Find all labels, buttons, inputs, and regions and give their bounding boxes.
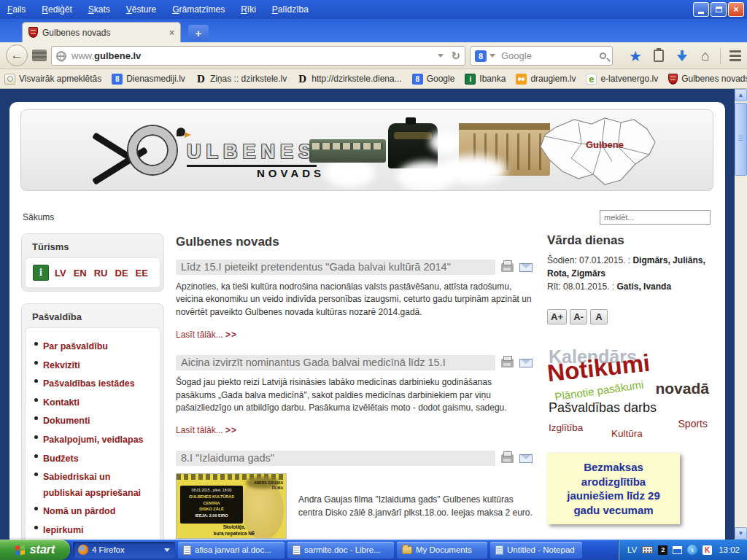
read-more-link[interactable]: Lasīt tālāk... >> (176, 330, 237, 340)
menu-rediget[interactable]: Rediģēt (42, 4, 71, 15)
bookmark-dienasmediji[interactable]: 8 Dienasmediji.lv (112, 74, 185, 85)
bookmark-google[interactable]: 8 Google (412, 74, 455, 85)
display-settings-icon[interactable] (673, 546, 682, 554)
bookmark-star-icon[interactable]: ★ (629, 47, 642, 65)
nav-item[interactable]: Dokumenti (33, 412, 152, 428)
nav-item[interactable]: Budžets (33, 450, 152, 466)
bookmark-e-latvenergo[interactable]: e e-latvenergo.lv (586, 74, 658, 85)
nav-item[interactable]: Pašvaldības iestādes (33, 375, 152, 391)
minimize-button[interactable] (693, 2, 709, 17)
lang-link-lv[interactable]: LV (55, 268, 66, 279)
scroll-down-icon[interactable]: ▼ (735, 527, 747, 540)
read-more-link[interactable]: Lasīt tālāk... >> (176, 425, 237, 435)
close-button[interactable]: × (728, 2, 744, 17)
bookmark-draugiem[interactable]: draugiem.lv (516, 74, 576, 85)
start-button[interactable]: start (0, 540, 70, 560)
site-search-input[interactable] (600, 210, 711, 225)
search-icon[interactable] (600, 52, 606, 59)
clock: 13:02 (719, 545, 740, 554)
font-increase-button[interactable]: A+ (547, 309, 567, 324)
scrollbar-thumb[interactable] (735, 103, 747, 176)
print-icon[interactable] (501, 263, 514, 272)
print-icon[interactable] (501, 359, 514, 368)
bookmark-dzirkstele-diena[interactable]: D http://dzirkstele.diena... (297, 74, 401, 85)
downloads-icon[interactable] (677, 50, 687, 62)
nav-item[interactable]: Pakalpojumi, veidlapas (33, 431, 152, 447)
font-reset-button[interactable]: A (590, 309, 608, 324)
email-icon[interactable] (519, 359, 533, 368)
article-2-title[interactable]: Aicina izvirzīt nominantus Gada balvai m… (176, 355, 495, 370)
article-1-title[interactable]: Līdz 15.I pieteikt pretendentus "Gada ba… (176, 260, 495, 275)
menu-palidziba[interactable]: Palīdzība (272, 4, 309, 15)
hide-icons-chevron-icon[interactable]: ‹ (687, 545, 697, 555)
lang-link-ee[interactable]: EE (136, 268, 148, 279)
lang-link-de[interactable]: DE (115, 268, 128, 279)
search-engine-dropdown-icon[interactable] (489, 54, 495, 58)
reload-button[interactable]: ↻ (451, 50, 460, 63)
restore-button[interactable] (711, 2, 727, 17)
bookmark-zinas-dzirkstele[interactable]: D Ziņas :: dzirkstele.lv (196, 74, 287, 85)
menu-gramatzimes[interactable]: Grāmatzīmes (172, 4, 225, 15)
breadcrumb[interactable]: Sākums (23, 212, 54, 222)
home-icon[interactable]: ⌂ (701, 47, 710, 64)
google-search-engine-icon[interactable]: 8 (475, 50, 487, 62)
film-poster-image[interactable]: ANDRA GAUJAS FILMA 08.01.2015., plkst. 1… (176, 473, 287, 539)
tab-close-icon[interactable]: × (169, 28, 174, 38)
taskbar-button-my-documents[interactable]: My Documents (397, 542, 487, 559)
article-3-body: Andra Gaujas filma "Izlaiduma gads" Gulb… (298, 493, 533, 519)
menu-skats[interactable]: Skats (88, 4, 110, 15)
cloud-novada[interactable]: novadā (655, 380, 709, 397)
tray-badge-icon[interactable]: 2 (658, 545, 667, 555)
namedays-text: Šodien: 07.01.2015. : Digmārs, Juliāns, … (547, 254, 713, 293)
taskbar-button-afisa-doc[interactable]: afisa janvari al.doc... (178, 542, 285, 559)
article-3-title[interactable]: 8.I "Izlaiduma gads" (176, 451, 495, 466)
nav-item[interactable]: Rekvizīti (33, 357, 152, 373)
new-tab-button[interactable]: + (188, 25, 209, 41)
nav-item[interactable]: Par pašvaldību (33, 338, 152, 354)
url-bar[interactable]: www. gulbene.lv ↻ (51, 46, 465, 66)
print-icon[interactable] (501, 454, 514, 463)
vertical-scrollbar[interactable]: ▲ ▼ (735, 89, 747, 540)
lang-link-en[interactable]: EN (74, 268, 87, 279)
taskbar-button-notepad[interactable]: Untitled - Notepad (490, 542, 582, 559)
nav-item[interactable]: Sabiedriskai un publiskai apspriešanai (33, 468, 152, 499)
tab-gulbenes-novads[interactable]: Gulbenes novads × (22, 22, 181, 42)
lang-link-ru[interactable]: RU (94, 268, 108, 279)
scroll-up-icon[interactable]: ▲ (735, 89, 747, 101)
system-tray: LV 2 ‹ K 13:02 (618, 540, 747, 560)
menu-vesture[interactable]: Vēsture (126, 4, 156, 15)
back-button[interactable]: ← (6, 44, 28, 66)
font-decrease-button[interactable]: A- (570, 309, 587, 324)
cloud-izglitiba[interactable]: Izglītība (549, 422, 583, 433)
nav-item[interactable]: Kontakti (33, 394, 152, 410)
language-indicator[interactable]: LV (627, 545, 637, 554)
bookmark-most-visited[interactable]: Visvairāk apmeklētās (4, 74, 101, 85)
bookmark-ibanka[interactable]: i Ibanka (465, 74, 506, 85)
bookmarks-menu-icon[interactable] (654, 50, 664, 62)
nav-item[interactable]: Nomā un pārdod (33, 502, 152, 518)
cloud-pasvaldibas-darbs[interactable]: Pašvaldības darbs (549, 400, 657, 416)
navigation-toolbar: ← www. gulbene.lv ↻ 8 Google ★ ⌂ (0, 42, 747, 69)
free-education-banner[interactable]: Bezmaksas arodizglītība jauniešiem līdz … (547, 453, 680, 524)
email-icon[interactable] (519, 454, 533, 463)
toolbar-buttons: ★ ⌂ (624, 42, 747, 69)
nav-item[interactable]: Iepirkumi (33, 521, 152, 537)
cloud-kultura[interactable]: Kultūra (611, 428, 643, 439)
site-identity-icon[interactable] (32, 50, 47, 61)
cloud-sports[interactable]: Sports (678, 418, 708, 429)
menu-fails[interactable]: Fails (7, 4, 26, 15)
antivirus-icon[interactable]: K (703, 545, 712, 555)
group-caret-icon[interactable] (164, 548, 170, 552)
taskbar-button-sarmite-doc[interactable]: sarmite.doc - Libre... (287, 542, 394, 559)
events-word-cloud: Kalendārs Notikumi Plānotie pasākumi nov… (547, 346, 713, 441)
keyboard-icon[interactable] (642, 546, 653, 553)
top-line: Sākums (9, 203, 725, 225)
email-icon[interactable] (519, 263, 533, 272)
font-size-controls: A+ A- A (547, 309, 713, 324)
taskbar-button-firefox[interactable]: 4 Firefox (73, 542, 175, 559)
bookmark-gulbenes-novads[interactable]: Gulbenes novads (668, 74, 747, 85)
menu-riki[interactable]: Rīki (241, 4, 256, 15)
search-bar[interactable]: 8 Google (470, 46, 613, 66)
menu-hamburger-icon[interactable] (729, 50, 741, 61)
url-dropdown-icon[interactable] (438, 54, 444, 58)
